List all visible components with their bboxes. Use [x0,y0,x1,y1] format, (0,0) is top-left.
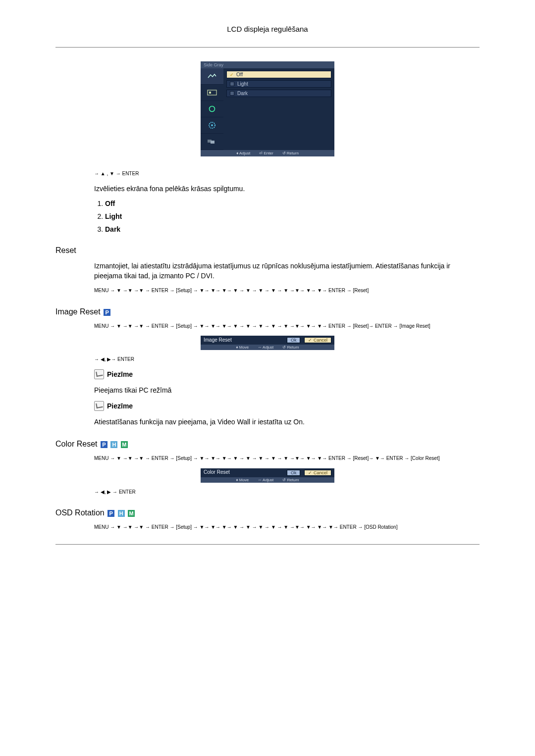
nav-sequence: → ◀, ▶→ ENTER [94,356,480,363]
text: Atiestatīšanas funkcija nav pieejama, ja… [94,417,480,427]
osd-icon-multi [201,134,223,150]
footer-adjust: ↔ Adjust [258,345,273,350]
osd-footer: ♦ Adjust ⏎ Enter ↺ Return [201,150,334,156]
osd-option-dark[interactable]: Dark [226,90,331,97]
opt-label: Dark [237,91,248,96]
heading-reset: Reset [55,246,480,255]
nav-sequence: → ◀, ▶ → ENTER [94,489,480,496]
svg-point-4 [211,124,213,126]
badge-m: M [121,441,128,448]
nav-sequence: MENU → ▼ →▼ →▼ → ENTER → [Setup] → ▼→ ▼→… [94,523,480,531]
heading-label: Color Reset [55,440,97,448]
footer-return: ↺ Return [282,478,299,482]
svg-point-2 [210,106,215,112]
osd-dialog-image-reset: Image Reset Ok ✓ Cancel ♦ Move ↔ Adjust … [201,336,334,350]
footer-adjust: ↔ Adjust [258,478,273,482]
osd-icon-gear [201,117,223,134]
footer-return: ↺ Return [282,151,299,155]
divider [55,47,480,48]
osd-dialog-color-reset: Color Reset Ok ✓ Cancel ♦ Move ↔ Adjust … [201,468,334,483]
opt-label: Off [236,72,243,77]
badge-h: H [110,441,117,448]
opt-dark: Dark [105,225,120,233]
nav-sequence: MENU → ▼ →▼ →▼ → ENTER → [Setup] → ▼→ ▼→… [94,287,480,295]
footer-return: ↺ Return [282,345,299,350]
svg-rect-6 [211,141,214,144]
text: Izvēlieties ekrāna fona pelēkās krāsas s… [94,184,480,194]
osd-menu-side-gray: Side Gray ✓Off Light Dark ♦ Adjust ⏎ Ent… [201,61,334,156]
opt-off: Off [105,200,115,207]
footer-adjust: ♦ Adjust [236,151,250,155]
footer-enter: ⏎ Enter [259,151,273,155]
svg-rect-0 [208,90,216,95]
svg-rect-1 [209,92,211,94]
cancel-button[interactable]: ✓ Cancel [304,470,331,476]
opt-light: Light [105,212,122,220]
text: Izmantojiet, lai atiestatītu izstrādājum… [94,261,480,281]
heading-image-reset: Image Reset P [55,307,480,316]
nav-sequence: MENU → ▼ →▼ →▼ → ENTER → [Setup] → ▼→ ▼→… [94,322,480,330]
osd-icon-circle [201,101,223,117]
badge-p: P [104,309,110,316]
osd-icon-input [201,85,223,101]
nav-sequence: → ▲ , ▼ → ENTER [94,170,480,178]
heading-label: Image Reset [55,307,101,316]
opt-label: Light [237,81,248,87]
ok-button[interactable]: Ok [287,470,301,476]
heading-label: OSD Rotation [55,508,105,517]
osd-option-light[interactable]: Light [226,80,331,88]
osd-label: Image Reset [204,337,232,343]
osd-label: Color Reset [204,469,230,475]
badge-p: P [107,510,114,517]
nav-sequence: MENU → ▼ →▼ →▼ → ENTER → [Setup] → ▼→ ▼→… [94,454,480,462]
badge-h: H [118,510,125,517]
option-list: Off Light Dark [94,200,480,233]
footer-move: ♦ Move [236,345,249,350]
ok-button[interactable]: Ok [287,337,301,343]
divider [55,544,480,545]
badge-p: P [101,441,107,448]
text: Pieejams tikai PC režīmā [94,385,480,395]
osd-option-off[interactable]: ✓Off [226,71,331,78]
cancel-button[interactable]: ✓ Cancel [304,337,331,343]
note-label: Piezīme [107,402,133,410]
badge-m: M [128,510,135,517]
note-icon [94,401,104,411]
page-title: LCD displeja regulēšana [55,25,480,33]
note-label: Piezīme [107,370,133,378]
osd-title: Side Gray [201,61,334,68]
osd-icon-picture [201,68,223,85]
heading-color-reset: Color Reset P H M [55,440,480,449]
footer-move: ♦ Move [236,478,249,482]
heading-osd-rotation: OSD Rotation P H M [55,508,480,517]
note-icon [94,369,104,379]
